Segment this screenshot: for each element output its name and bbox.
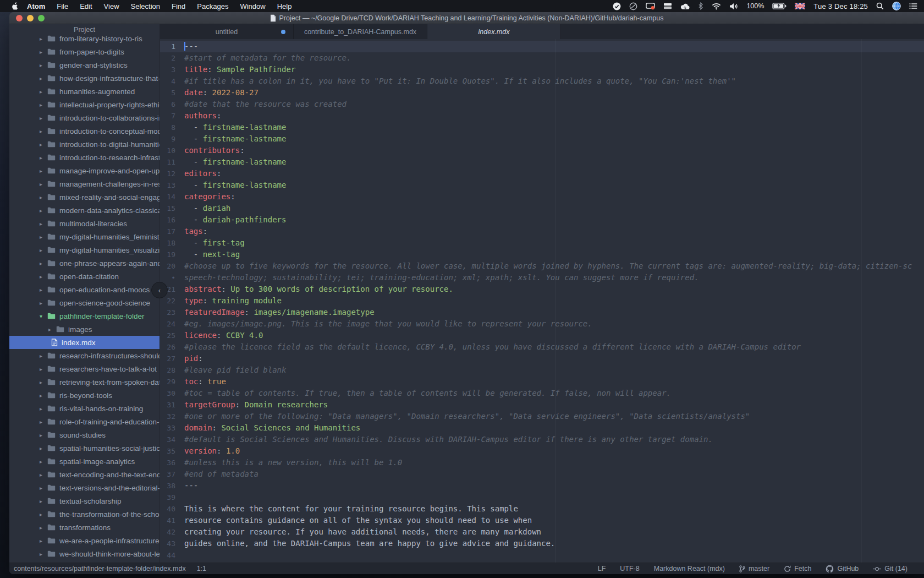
battery-icon[interactable] bbox=[772, 3, 787, 9]
editor-line-27[interactable]: 27pid: bbox=[160, 353, 924, 364]
chevron-right-icon[interactable]: ▸ bbox=[40, 445, 47, 451]
line-number[interactable]: 1 bbox=[160, 41, 175, 52]
editor-line-26[interactable]: 26#please the licence field as the defau… bbox=[160, 341, 924, 353]
tree-item-mixed-reality-and-social-engagem[interactable]: ▸mixed-reality-and-social-engagem bbox=[9, 190, 160, 204]
line-number[interactable]: 4 bbox=[160, 75, 175, 87]
editor-line-4[interactable]: 4#if title has a colon in it, you have t… bbox=[160, 75, 924, 87]
editor-line-33[interactable]: 33domain: Social Sciences and Humanities bbox=[160, 422, 924, 434]
chevron-right-icon[interactable]: ▸ bbox=[40, 247, 47, 253]
editor-line-3[interactable]: 3title: Sample Pathfinder bbox=[160, 64, 924, 75]
editor-line-35[interactable]: 35version: 1.0 bbox=[160, 445, 924, 457]
editor-line-wrap[interactable]: •speech-technology; sustainability; tei;… bbox=[160, 272, 924, 283]
editor-line-1[interactable]: 1--- bbox=[160, 41, 924, 52]
fetch-button[interactable]: Fetch bbox=[784, 565, 811, 572]
tree-item-from-paper-to-digits[interactable]: ▸from-paper-to-digits bbox=[9, 45, 160, 58]
menu-view[interactable]: View bbox=[104, 2, 119, 10]
line-number[interactable]: 2 bbox=[160, 52, 175, 64]
editor-line-22[interactable]: 22type: training module bbox=[160, 295, 924, 307]
globe-icon[interactable] bbox=[892, 2, 901, 10]
chevron-right-icon[interactable]: ▸ bbox=[40, 538, 47, 544]
line-number[interactable]: 31 bbox=[160, 399, 175, 411]
tree-item-sound-studies[interactable]: ▸sound-studies bbox=[9, 428, 160, 441]
modified-indicator-dot[interactable] bbox=[281, 30, 285, 34]
chevron-right-icon[interactable]: ▸ bbox=[40, 525, 47, 531]
chevron-right-icon[interactable]: ▸ bbox=[40, 366, 47, 372]
chevron-right-icon[interactable]: ▸ bbox=[40, 498, 47, 504]
chevron-right-icon[interactable]: ▸ bbox=[40, 379, 47, 385]
line-number[interactable]: 11 bbox=[160, 156, 175, 168]
line-number[interactable]: 14 bbox=[160, 191, 175, 203]
chevron-right-icon[interactable]: ▸ bbox=[40, 551, 47, 557]
chevron-right-icon[interactable]: ▸ bbox=[40, 36, 47, 42]
tree-item-role-of-training-and-education-in-[interactable]: ▸role-of-training-and-education-in- bbox=[9, 415, 160, 428]
line-number[interactable]: 18 bbox=[160, 237, 175, 249]
line-number[interactable]: 13 bbox=[160, 179, 175, 191]
chevron-right-icon[interactable]: ▸ bbox=[40, 208, 47, 214]
chevron-right-icon[interactable]: ▸ bbox=[40, 274, 47, 280]
tree-item-text-versions-and-the-editorial-im[interactable]: ▸text-versions-and-the-editorial-im bbox=[9, 481, 160, 494]
editor-line-10[interactable]: 10contributors: bbox=[160, 145, 924, 156]
tree-item-manage-improve-and-open-up-yc[interactable]: ▸manage-improve-and-open-up-yc bbox=[9, 164, 160, 177]
line-number[interactable]: 32 bbox=[160, 411, 175, 422]
title-bar[interactable]: Project — ~/Google Drive/TCD Work/DARIAH… bbox=[9, 12, 924, 24]
editor-line-25[interactable]: 25licence: CCBY 4.0 bbox=[160, 330, 924, 341]
editor-line-36[interactable]: 36#unless this is a new version, this wi… bbox=[160, 457, 924, 468]
editor-line-34[interactable]: 34#default is Social Sciences and Humani… bbox=[160, 434, 924, 445]
tree-item-how-design-infrastructure-that-co[interactable]: ▸how-design-infrastructure-that-co bbox=[9, 72, 160, 85]
tree-item-my-digital-humanities_feminist-re[interactable]: ▸my-digital-humanities_feminist-re bbox=[9, 230, 160, 243]
tree-item-modern-data-analytics-classical-c[interactable]: ▸modern-data-analytics-classical-c bbox=[9, 204, 160, 217]
tree-item-we-should-think-more-about-learn[interactable]: ▸we-should-think-more-about-learn bbox=[9, 547, 160, 560]
github-panel-button[interactable]: GitHub bbox=[826, 565, 859, 573]
editor-line-38[interactable]: 38--- bbox=[160, 480, 924, 492]
editor-line-5[interactable]: 5date: 2022-08-27 bbox=[160, 87, 924, 99]
tree-item-researchers-have-to-talk-a-lot[interactable]: ▸researchers-have-to-talk-a-lot bbox=[9, 362, 160, 375]
menu-edit[interactable]: Edit bbox=[80, 2, 92, 10]
line-number[interactable]: 17 bbox=[160, 226, 175, 237]
encoding-indicator[interactable]: UTF-8 bbox=[620, 565, 639, 572]
chevron-down-icon[interactable]: ▾ bbox=[40, 313, 47, 319]
do-not-disturb-icon[interactable] bbox=[629, 2, 637, 10]
line-number[interactable]: 3 bbox=[160, 64, 175, 75]
editor-line-40[interactable]: 40This is where the content for your tra… bbox=[160, 503, 924, 515]
apple-menu-icon[interactable] bbox=[11, 2, 18, 10]
line-number[interactable]: 16 bbox=[160, 214, 175, 226]
menu-file[interactable]: File bbox=[57, 2, 68, 10]
chevron-right-icon[interactable]: ▸ bbox=[40, 234, 47, 240]
git-changes-button[interactable]: Git (14) bbox=[873, 565, 908, 572]
chevron-right-icon[interactable]: ▸ bbox=[40, 49, 47, 55]
tree-item-the-transformation-of-the-scholar[interactable]: ▸the-transformation-of-the-scholar bbox=[9, 508, 160, 521]
chevron-right-icon[interactable]: ▸ bbox=[40, 406, 47, 412]
editor-line-31[interactable]: 31targetGroup: Domain researchers bbox=[160, 399, 924, 411]
tree-item-open-education-and-moocs[interactable]: ▸open-education-and-moocs bbox=[9, 283, 160, 296]
tree-item-introduction-to-collaborations-in-[interactable]: ▸introduction-to-collaborations-in- bbox=[9, 111, 160, 124]
editor-line-32[interactable]: 32#one or more of the following: "Data m… bbox=[160, 411, 924, 422]
tree-item-ris-beyond-tools[interactable]: ▸ris-beyond-tools bbox=[9, 389, 160, 402]
tree-item-index.mdx[interactable]: index.mdx bbox=[9, 336, 160, 349]
chevron-right-icon[interactable]: ▸ bbox=[40, 155, 47, 161]
tree-item-introduction-to-digital-humanities[interactable]: ▸introduction-to-digital-humanities bbox=[9, 138, 160, 151]
line-number[interactable]: 9 bbox=[160, 133, 175, 145]
tree-item-gender-and-stylistics[interactable]: ▸gender-and-stylistics bbox=[9, 58, 160, 72]
editor-line-23[interactable]: 23featuredImage: images/imagename.imaget… bbox=[160, 307, 924, 318]
line-number[interactable]: 23 bbox=[160, 307, 175, 318]
tree-item-textual-scholarship[interactable]: ▸textual-scholarship bbox=[9, 494, 160, 508]
tree-item-ris-vital-hands-on-training[interactable]: ▸ris-vital-hands-on-training bbox=[9, 402, 160, 415]
editor-line-39[interactable]: 39 bbox=[160, 492, 924, 503]
chevron-right-icon[interactable]: ▸ bbox=[40, 472, 47, 478]
chevron-right-icon[interactable]: ▸ bbox=[40, 287, 47, 293]
line-number[interactable]: 20 bbox=[160, 260, 175, 272]
line-number[interactable]: 38 bbox=[160, 480, 175, 492]
tree-item-open-science-good-science[interactable]: ▸open-science-good-science bbox=[9, 296, 160, 309]
line-number[interactable]: 8 bbox=[160, 122, 175, 133]
tree-item-open-data-citation[interactable]: ▸open-data-citation bbox=[9, 270, 160, 283]
editor-line-28[interactable]: 28#leave pid field blank bbox=[160, 364, 924, 376]
line-number[interactable]: 10 bbox=[160, 145, 175, 156]
editor-line-37[interactable]: 37#end of metadata bbox=[160, 468, 924, 480]
line-number[interactable]: 39 bbox=[160, 492, 175, 503]
grammar-indicator[interactable]: Markdown React (mdx) bbox=[654, 565, 725, 572]
tab-untitled[interactable]: untitled bbox=[160, 24, 294, 39]
chevron-right-icon[interactable]: ▸ bbox=[40, 432, 47, 438]
menu-packages[interactable]: Packages bbox=[197, 2, 228, 10]
chevron-right-icon[interactable]: ▸ bbox=[40, 511, 47, 517]
editor-line-42[interactable]: 42creating your resource. If you have ad… bbox=[160, 526, 924, 538]
